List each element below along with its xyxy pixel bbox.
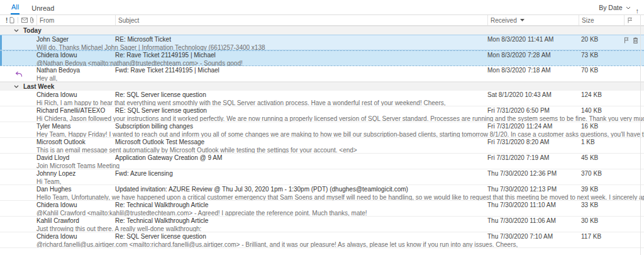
received-date: Thu 7/30/2020 12:13 PM <box>487 186 579 194</box>
replied-icon <box>15 71 23 77</box>
received-date: Thu 7/30/2020 11:06 AM <box>487 217 579 225</box>
row-gutter <box>0 233 36 247</box>
message-row[interactable]: Chidera Idowu Re: Rave Ticket 21149195 |… <box>0 50 644 66</box>
message-preview: Will do. Thanks Michael John Sager | Inf… <box>36 44 644 50</box>
received-date: Sat 8/1/2020 10:43 AM <box>487 91 579 99</box>
message-preview: Hey Team, Happy Friday! I wanted to reac… <box>36 131 644 137</box>
chevron-down-icon <box>626 6 631 9</box>
message-preview: Hey all, <box>36 75 644 81</box>
message-size: 33 KB <box>579 201 624 210</box>
received-date: Fri 7/31/2020 8:20 AM <box>487 139 579 147</box>
row-gutter <box>0 154 36 169</box>
subject-text: Updated invitation: AZURE Review @ Thu J… <box>115 186 487 194</box>
received-date: Thu 7/30/2020 7:10 AM <box>487 233 579 241</box>
group-collapse-chevron-icon[interactable] <box>14 85 19 88</box>
group-header[interactable]: Last Week <box>0 82 644 91</box>
message-row[interactable]: Microsoft Outlook Microsoft Outlook Test… <box>0 138 644 154</box>
delete-message-icon[interactable] <box>633 37 638 43</box>
attachment-icon[interactable] <box>30 17 35 23</box>
subject-text: Subscription billing changes <box>115 123 487 131</box>
message-preview: Just throwing this out there. A really w… <box>36 225 644 232</box>
received-date: Fri 7/31/2020 11:24 AM <box>487 123 579 131</box>
row-gutter <box>0 201 36 216</box>
received-date: Mon 8/3/2020 7:18 AM <box>487 67 579 75</box>
message-size: 20 KB <box>579 36 624 44</box>
flag-column-icon <box>627 17 633 23</box>
sender-name: Microsoft Outlook <box>36 139 115 147</box>
group-header[interactable]: Today <box>0 26 644 35</box>
message-size: 39 KB <box>579 186 624 194</box>
sender-name: David Lloyd <box>36 154 115 162</box>
message-row[interactable]: Dan Hughes Updated invitation: AZURE Rev… <box>0 185 644 201</box>
sort-by-control[interactable]: By Date <box>599 4 630 14</box>
row-gutter <box>0 91 36 106</box>
received-date: Thu 7/30/2020 12:36 PM <box>487 170 579 178</box>
tab-all[interactable]: All <box>11 1 19 14</box>
message-row[interactable]: Chidera Idowu Re: SQL Server license que… <box>0 91 644 106</box>
message-preview: Hi Team, <box>36 178 644 184</box>
list-edge-divider <box>640 14 641 255</box>
message-row[interactable]: Tyler Means Subscription billing changes… <box>0 122 644 138</box>
message-preview: This is an email message sent automatica… <box>36 147 644 153</box>
item-type-icon[interactable] <box>9 17 14 23</box>
message-size: 30 KB <box>579 217 624 225</box>
group-label: Last Week <box>23 83 54 90</box>
subject-text: Fwd: Rave Ticket 21149195 | Michael <box>115 67 487 75</box>
row-gutter <box>0 186 36 200</box>
row-gutter <box>0 36 36 50</box>
sort-direction-arrow-icon[interactable]: ↑ <box>636 7 640 14</box>
message-size: 370 KB <box>579 170 624 178</box>
subject-text: Fwd: Azure licensing <box>115 170 487 178</box>
message-row[interactable]: John Sager RE: Microsoft Ticket Mon 8/3/… <box>0 35 644 50</box>
message-preview: Hi Rich, I am happy to hear that everyth… <box>36 99 644 106</box>
row-gutter <box>0 123 36 137</box>
sender-name: Chidera Idowu <box>36 233 115 241</box>
received-date: Mon 8/3/2020 7:28 AM <box>487 52 579 60</box>
tab-unread[interactable]: Unread <box>31 3 55 14</box>
row-gutter <box>0 217 36 232</box>
column-header-flag[interactable] <box>624 15 644 25</box>
subject-text: Re: SQL Server license question <box>115 233 487 241</box>
received-date: Fri 7/31/2020 6:50 PM <box>487 107 579 115</box>
message-preview: Hello Team, Unfortunately, we have happe… <box>36 194 644 200</box>
sender-name: Kahlil Crawford <box>36 217 115 225</box>
group-collapse-chevron-icon[interactable] <box>14 29 19 32</box>
envelope-icon[interactable] <box>21 18 28 23</box>
sender-name: Nathan Bedoya <box>36 67 115 75</box>
message-row[interactable]: Richard Fanelli/ATEEXO RE: SQL Server li… <box>0 106 644 122</box>
column-header-row: ! From Subject Received Size <box>0 14 644 26</box>
group-rows: John Sager RE: Microsoft Ticket Mon 8/3/… <box>0 35 644 82</box>
message-group: Last Week Chidera Idowu Re: SQL Server l… <box>0 82 644 248</box>
message-row[interactable]: Chidera Idowu Re: SQL Server license que… <box>0 232 644 248</box>
column-header-from[interactable]: From <box>36 15 115 25</box>
subject-text: RE: Microsoft Ticket <box>115 36 487 44</box>
message-row[interactable]: Johnny Lopez Fwd: Azure licensing Thu 7/… <box>0 169 644 185</box>
column-header-size[interactable]: Size <box>579 15 624 25</box>
subject-text: Re: SQL Server license question <box>115 91 487 99</box>
subject-text: RE: SQL Server license question <box>115 107 487 115</box>
message-size: 1 KB <box>579 139 624 147</box>
row-gutter <box>0 107 36 122</box>
message-size: 117 KB <box>579 233 624 241</box>
subject-text: Re: Rave Ticket 21149195 | Michael <box>115 52 487 60</box>
icon-columns: ! <box>0 15 36 25</box>
column-header-subject[interactable]: Subject <box>115 15 487 25</box>
message-row[interactable]: David Lloyd Application Gateway Creation… <box>0 154 644 169</box>
sender-name: Tyler Means <box>36 123 115 131</box>
message-row[interactable]: Nathan Bedoya Fwd: Rave Ticket 21149195 … <box>0 66 644 82</box>
message-size: 45 KB <box>579 154 624 162</box>
sender-name: John Sager <box>36 36 115 44</box>
message-preview: @richard.fanelli@us.airtiger.com <mailto… <box>36 241 644 247</box>
header-divider <box>18 17 18 23</box>
importance-icon[interactable]: ! <box>6 17 8 24</box>
flag-message-icon[interactable] <box>624 37 630 43</box>
filter-tab-bar: All Unread By Date ↑ <box>0 0 644 14</box>
message-preview: Hi Chidera, Jason followed your instruct… <box>36 115 644 122</box>
message-size: 16 KB <box>579 123 624 131</box>
sender-name: Chidera Idowu <box>36 52 115 60</box>
message-size: 124 KB <box>579 91 624 99</box>
message-row[interactable]: Chidera Idowu Re: Technical Walkthrough … <box>0 201 644 217</box>
message-size: 70 KB <box>579 67 624 75</box>
message-row[interactable]: Kahlil Crawford Re: Technical Walkthroug… <box>0 217 644 232</box>
column-header-received[interactable]: Received <box>487 15 579 25</box>
